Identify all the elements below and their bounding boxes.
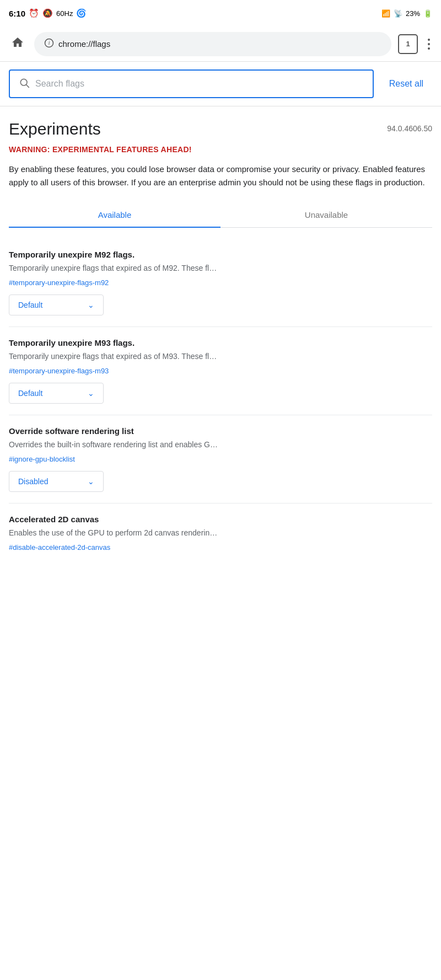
flag-item-2d-canvas: Accelerated 2D canvas Enables the use of… [9,504,432,570]
alarm-icon: ⏰ [29,8,39,18]
flag-dropdown-m92[interactable]: Default ⌄ [9,294,104,315]
tab-available[interactable]: Available [9,202,220,227]
flag-description-m93: Temporarily unexpire flags that expired … [9,351,432,362]
status-right: 📶 📡 23% 🔋 [381,9,432,18]
dot-1 [428,39,430,41]
page-title: Experiments [9,120,101,138]
mute-icon: 🔕 [42,8,53,18]
tab-unavailable[interactable]: Unavailable [220,202,432,227]
chevron-down-icon-m92: ⌄ [88,301,94,309]
search-icon [19,77,30,91]
flag-dropdown-value-m92: Default [18,301,42,309]
wifi-icon: 📶 [381,9,390,18]
chevron-down-icon-m93: ⌄ [88,389,94,398]
wind-icon: 🌀 [76,8,87,18]
refresh-rate-label: 60Hz [56,9,73,18]
flags-list: Temporarily unexpire M92 flags. Temporar… [9,239,432,570]
dot-3 [428,47,430,50]
info-icon: i [44,38,54,50]
flag-description-2d-canvas: Enables the use of the GPU to perform 2d… [9,527,432,539]
flag-anchor-gpu-blocklist[interactable]: #ignore-gpu-blocklist [9,455,432,463]
home-icon [11,36,24,52]
flag-anchor-2d-canvas[interactable]: #disable-accelerated-2d-canvas [9,543,432,551]
svg-line-3 [26,84,29,87]
search-box[interactable]: Search flags [9,69,374,98]
flag-anchor-m92[interactable]: #temporary-unexpire-flags-m92 [9,279,432,287]
address-text: chrome://flags [58,39,110,49]
more-options-button[interactable] [424,34,433,54]
tabs-container: Available Unavailable [9,202,432,228]
svg-text:i: i [49,40,50,46]
flag-title-gpu-blocklist: Override software rendering list [9,426,432,436]
flag-anchor-m93[interactable]: #temporary-unexpire-flags-m93 [9,367,432,375]
dot-2 [428,43,430,45]
tab-counter[interactable]: 1 [398,34,418,54]
warning-text: WARNING: EXPERIMENTAL FEATURES AHEAD! [9,145,432,154]
address-bar[interactable]: i chrome://flags [34,32,391,56]
flag-title-m93: Temporarily unexpire M93 flags. [9,338,432,347]
version-number: 94.0.4606.50 [387,124,432,133]
flag-dropdown-value-m93: Default [18,389,42,398]
status-left: 6:10 ⏰ 🔕 60Hz 🌀 [9,8,87,18]
flag-dropdown-m93[interactable]: Default ⌄ [9,383,104,404]
time-display: 6:10 [9,9,25,18]
flag-description-gpu-blocklist: Overrides the built-in software renderin… [9,439,432,451]
description-text: By enabling these features, you could lo… [9,163,432,189]
reset-all-button[interactable]: Reset all [380,69,432,98]
flag-description-m92: Temporarily unexpire flags that expired … [9,263,432,274]
tab-unavailable-label: Unavailable [305,210,348,219]
signal-icon: 📡 [394,9,402,18]
flag-dropdown-value-gpu-blocklist: Disabled [18,477,48,486]
tab-count-label: 1 [406,40,410,48]
flag-dropdown-gpu-blocklist[interactable]: Disabled ⌄ [9,471,104,492]
browser-chrome: i chrome://flags 1 [0,26,441,62]
search-container: Search flags Reset all [0,62,441,106]
flag-title-2d-canvas: Accelerated 2D canvas [9,515,432,524]
flag-item-m93: Temporarily unexpire M93 flags. Temporar… [9,327,432,415]
tab-available-label: Available [98,210,132,219]
experiments-header: Experiments 94.0.4606.50 [9,120,432,138]
flag-item-gpu-blocklist: Override software rendering list Overrid… [9,415,432,504]
flag-title-m92: Temporarily unexpire M92 flags. [9,250,432,259]
flag-item-m92: Temporarily unexpire M92 flags. Temporar… [9,239,432,327]
search-placeholder: Search flags [35,79,84,89]
status-bar: 6:10 ⏰ 🔕 60Hz 🌀 📶 📡 23% 🔋 [0,0,441,26]
battery-percentage: 23% [406,9,420,18]
chevron-down-icon-gpu-blocklist: ⌄ [88,477,94,486]
main-content: Experiments 94.0.4606.50 WARNING: EXPERI… [0,106,441,579]
battery-icon: 🔋 [423,9,432,18]
home-button[interactable] [8,34,28,54]
